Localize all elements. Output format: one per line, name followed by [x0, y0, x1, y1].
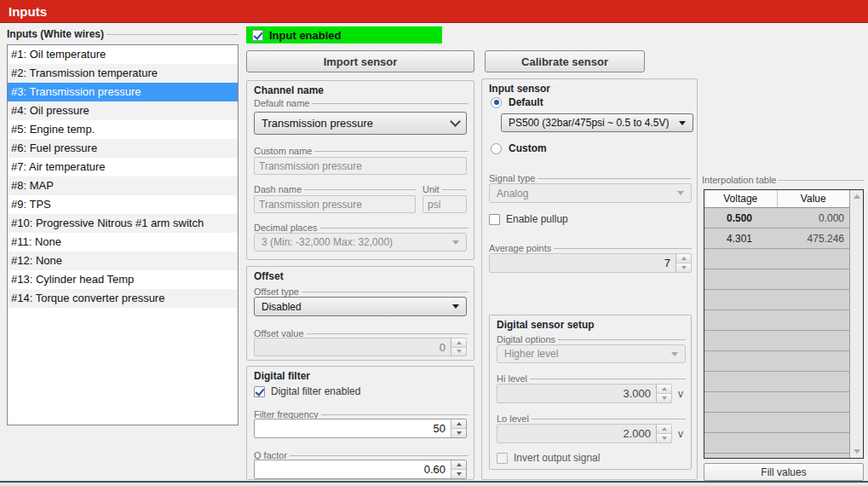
dropdown-arrow-icon — [677, 191, 684, 195]
fill-values-button[interactable]: Fill values — [704, 463, 864, 481]
custom-sensor-label: Custom — [509, 142, 547, 154]
lo-level-spinner[interactable]: 2.000 — [497, 424, 672, 443]
custom-sensor-radio-row[interactable]: Custom — [491, 142, 547, 154]
dropdown-arrow-icon — [671, 352, 678, 356]
lo-level-unit: v — [678, 428, 683, 440]
digital-options-label: Digital options — [497, 334, 686, 344]
interpolation-table[interactable]: Voltage Value 0.500 0.000 4.301 475.246 — [704, 189, 864, 459]
table-row-empty[interactable] — [704, 290, 849, 310]
spinner-buttons[interactable] — [675, 254, 691, 272]
filter-frequency-spinner[interactable]: 50 — [254, 419, 467, 438]
table-row-empty[interactable] — [704, 310, 849, 331]
spinner-buttons[interactable] — [451, 419, 466, 437]
average-points-label: Average points — [489, 243, 692, 253]
custom-name-input[interactable]: Transmission pressure — [254, 157, 467, 175]
input-sensor-title: Input sensor — [489, 83, 550, 95]
digital-sensor-setup-title: Digital sensor setup — [497, 319, 595, 331]
signal-type-combo[interactable]: Analog — [489, 183, 692, 203]
scroll-up-icon[interactable] — [850, 190, 863, 203]
interpolation-table-body[interactable]: Voltage Value 0.500 0.000 4.301 475.246 — [704, 190, 849, 458]
chevron-down-icon — [450, 116, 461, 127]
default-sensor-radio[interactable] — [491, 97, 502, 108]
unit-input[interactable]: psi — [423, 195, 467, 213]
table-row-empty[interactable] — [704, 331, 849, 351]
list-item-8[interactable]: #8: MAP — [8, 176, 238, 195]
interpolation-table-header: Voltage Value — [704, 190, 849, 208]
calibrate-sensor-button[interactable]: Calibrate sensor — [485, 50, 645, 72]
digital-filter-group: Digital filter Digital filter enabled Fi… — [246, 366, 474, 480]
table-row-empty[interactable] — [704, 454, 849, 458]
spinner-buttons[interactable] — [451, 338, 466, 356]
list-item-7[interactable]: #7: Air temperature — [8, 158, 238, 176]
table-scrollbar[interactable] — [849, 190, 863, 458]
spinner-buttons[interactable] — [451, 460, 466, 478]
table-row-empty[interactable] — [704, 413, 849, 433]
dash-name-label: Dash name — [254, 184, 416, 194]
dropdown-arrow-icon — [679, 121, 686, 125]
digital-filter-title: Digital filter — [254, 370, 310, 382]
lo-level-label: Lo level — [497, 414, 686, 424]
list-item-9[interactable]: #9: TPS — [8, 195, 238, 214]
default-sensor-radio-row[interactable]: Default — [491, 96, 543, 108]
inputs-list[interactable]: #1: Oil temperature #2: Transmission tem… — [7, 44, 239, 425]
table-row-empty[interactable] — [704, 249, 849, 269]
spinner-buttons[interactable] — [656, 385, 671, 402]
bottom-divider — [0, 481, 868, 486]
interpolation-table-label: Interpolation table — [702, 175, 864, 185]
table-row-empty[interactable] — [704, 372, 849, 392]
list-item-10[interactable]: #10: Progressive Nitrous #1 arm switch — [8, 214, 238, 233]
inputs-window: Inputs Inputs (White wires) #1: Oil temp… — [0, 0, 868, 486]
list-item-5[interactable]: #5: Engine temp. — [8, 120, 238, 139]
input-sensor-group: Input sensor Default PS500 (32bar/475psi… — [481, 78, 698, 480]
table-row-empty[interactable] — [704, 433, 849, 454]
list-item-2[interactable]: #2: Transmission temperature — [8, 64, 238, 83]
list-item-13[interactable]: #13: Cylinder head Temp — [8, 270, 238, 289]
offset-type-combo[interactable]: Disabled — [254, 297, 467, 316]
inputs-group-label: Inputs (White wires) — [7, 28, 239, 40]
dropdown-arrow-icon — [452, 240, 459, 245]
q-factor-spinner[interactable]: 0.60 — [254, 460, 467, 479]
enable-pullup-checkbox[interactable] — [489, 214, 500, 225]
import-sensor-button[interactable]: Import sensor — [246, 50, 474, 72]
invert-output-label: Invert output signal — [514, 452, 600, 464]
channel-name-group: Channel name Default name Transmission p… — [246, 80, 474, 260]
list-item-14[interactable]: #14: Torque converter pressure — [8, 289, 238, 308]
digital-options-combo[interactable]: Higher level — [497, 344, 686, 363]
digital-filter-enabled-row[interactable]: Digital filter enabled — [254, 385, 360, 397]
dash-name-input[interactable]: Transmission pressure — [254, 195, 416, 213]
spinner-buttons[interactable] — [656, 425, 671, 443]
voltage-column-header: Voltage — [704, 190, 778, 207]
input-enabled-checkbox[interactable] — [252, 30, 263, 41]
default-sensor-label: Default — [509, 96, 543, 108]
table-row[interactable]: 4.301 475.246 — [704, 229, 849, 249]
value-column-header: Value — [778, 190, 850, 207]
titlebar: Inputs — [0, 0, 868, 23]
table-row-empty[interactable] — [704, 269, 849, 290]
list-item-11[interactable]: #11: None — [8, 233, 238, 252]
table-row[interactable]: 0.500 0.000 — [704, 208, 849, 229]
scroll-down-icon[interactable] — [850, 445, 863, 458]
decimal-places-combo[interactable]: 3 (Min: -32,000 Max: 32,000) — [254, 233, 467, 252]
list-item-3-selected[interactable]: #3: Transmission pressure — [8, 83, 238, 101]
list-item-12[interactable]: #12: None — [8, 252, 238, 270]
average-points-spinner[interactable]: 7 — [489, 253, 692, 273]
list-item-6[interactable]: #6: Fuel pressure — [8, 139, 238, 158]
list-item-1[interactable]: #1: Oil temperature — [8, 45, 238, 64]
offset-group: Offset Offset type Disabled Offset value… — [246, 266, 474, 361]
list-item-4[interactable]: #4: Oil pressure — [8, 101, 238, 120]
input-enabled-banner[interactable]: Input enabled — [246, 26, 442, 43]
default-name-combo[interactable]: Transmission pressure — [254, 112, 467, 135]
digital-filter-enabled-checkbox[interactable] — [254, 386, 265, 397]
signal-type-label: Signal type — [489, 173, 692, 183]
table-row-empty[interactable] — [704, 351, 849, 372]
invert-output-row[interactable]: Invert output signal — [497, 452, 600, 464]
enable-pullup-row[interactable]: Enable pullup — [489, 213, 568, 225]
custom-name-label: Custom name — [254, 146, 468, 156]
table-row-empty[interactable] — [704, 392, 849, 413]
offset-value-spinner[interactable]: 0 — [254, 338, 467, 356]
sensor-select-combo[interactable]: PS500 (32bar/475psi ~ 0.5 to 4.5V) — [501, 113, 693, 132]
custom-sensor-radio[interactable] — [491, 143, 502, 154]
hi-level-spinner[interactable]: 3.000 — [497, 384, 672, 403]
invert-output-checkbox[interactable] — [497, 453, 508, 464]
digital-filter-enabled-label: Digital filter enabled — [271, 385, 360, 397]
